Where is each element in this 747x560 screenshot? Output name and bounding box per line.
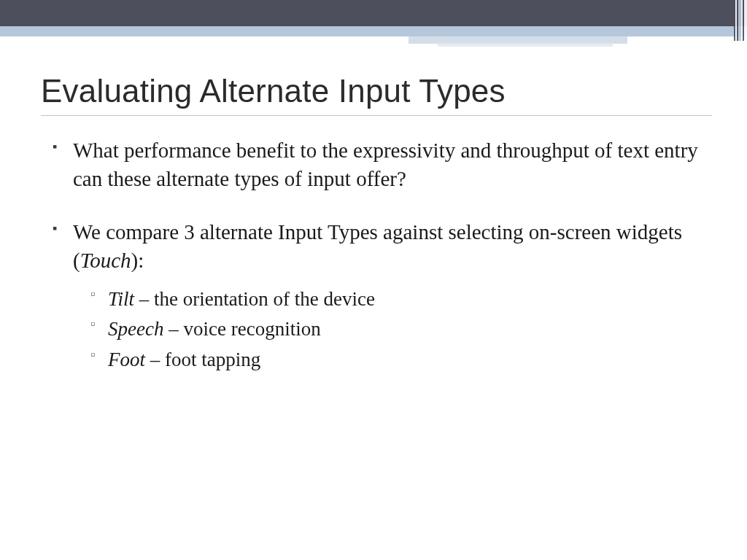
sub-bullet-item: Tilt – the orientation of the device	[90, 284, 712, 315]
sub-bullet-list: Tilt – the orientation of the device Spe…	[73, 284, 712, 376]
bullet-text: We compare 3 alternate Input Types again…	[73, 220, 682, 272]
slide-content: Evaluating Alternate Input Types What pe…	[41, 73, 712, 400]
sub-desc: – the orientation of the device	[134, 288, 375, 310]
sub-term: Speech	[108, 318, 163, 340]
header-accent	[438, 42, 613, 47]
bullet-text: What performance benefit to the expressi…	[73, 139, 698, 190]
header-bar-dark	[0, 0, 747, 26]
bullet-item: What performance benefit to the expressi…	[53, 136, 712, 193]
bullet-item: We compare 3 alternate Input Types again…	[53, 218, 712, 376]
sub-bullet-item: Foot – foot tapping	[90, 345, 712, 376]
bullet-emph: Touch	[80, 249, 131, 272]
bullet-text: ):	[131, 249, 144, 272]
sub-desc: – foot tapping	[145, 349, 260, 370]
slide-title: Evaluating Alternate Input Types	[41, 73, 712, 116]
bullet-list: What performance benefit to the expressi…	[41, 136, 712, 376]
sub-term: Foot	[108, 349, 145, 370]
sub-desc: – voice recognition	[163, 318, 320, 340]
header-bar-light	[0, 26, 747, 36]
sub-bullet-item: Speech – voice recognition	[90, 314, 712, 345]
sub-term: Tilt	[108, 288, 134, 310]
header-edge-stripes	[734, 0, 747, 41]
